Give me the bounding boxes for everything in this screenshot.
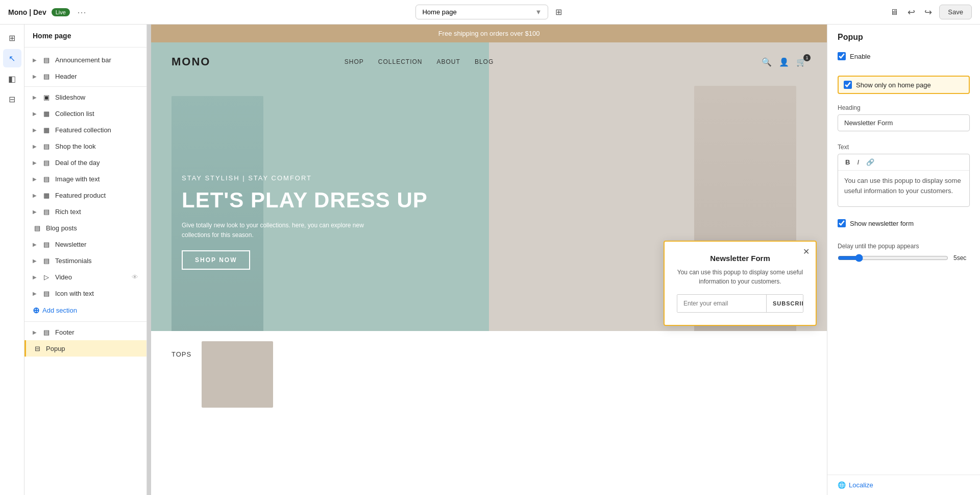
cart-count: 1 — [803, 54, 811, 61]
delay-slider[interactable] — [838, 254, 948, 262]
image-with-text-icon: ▤ — [42, 174, 51, 183]
delay-value: 5sec — [953, 254, 970, 262]
right-panel: Popup Enable Show only on home page Head… — [827, 25, 980, 495]
sidebar-item-icon-with-text[interactable]: ▶ ▤ Icon with text — [24, 285, 146, 301]
add-section-button[interactable]: ⊕ Add section — [24, 301, 146, 319]
sidebar-item-label: Icon with text — [55, 290, 94, 297]
popup-input-row: SUBSCRIBE — [677, 294, 803, 313]
bold-button[interactable]: B — [842, 157, 853, 167]
add-section-label: Add section — [42, 307, 77, 314]
sidebar-item-slideshow[interactable]: ▶ ▣ Slideshow — [24, 89, 146, 105]
expand-arrow-icon: ▶ — [33, 193, 37, 198]
nav-link-shop[interactable]: SHOP — [345, 58, 364, 65]
sidebar-item-footer[interactable]: ▶ ▤ Footer — [24, 324, 146, 340]
topbar-more-button[interactable]: ⋯ — [75, 5, 88, 20]
hero-subtitle: STAY STYLISH | STAY COMFORT — [182, 174, 428, 182]
expand-arrow-icon: ▶ — [33, 258, 37, 264]
sidebar-item-featured-product[interactable]: ▶ ▦ Featured product — [24, 187, 146, 203]
sidebar-item-testimonials[interactable]: ▶ ▤ Testimonials — [24, 252, 146, 269]
expand-arrow-icon: ▶ — [33, 291, 37, 296]
slideshow-icon: ▣ — [42, 92, 51, 102]
nav-links: SHOP COLLECTION ABOUT BLOG — [345, 58, 494, 65]
redo-button[interactable]: ↪ — [922, 5, 934, 20]
undo-button[interactable]: ↩ — [905, 5, 917, 20]
sidebar-item-featured-collection[interactable]: ▶ ▦ Featured collection — [24, 122, 146, 138]
save-button[interactable]: Save — [939, 5, 972, 19]
expand-arrow-icon: ▶ — [33, 57, 37, 63]
icon-sidebar: ⊞ ↖ ◧ ⊟ — [0, 25, 24, 495]
enable-checkbox[interactable] — [838, 52, 846, 60]
scroll-bar[interactable] — [147, 25, 151, 495]
nav-link-about[interactable]: ABOUT — [437, 58, 460, 65]
popup-email-input[interactable] — [677, 295, 766, 312]
store-preview: Free shipping on orders over $100 MONO S… — [151, 25, 827, 495]
sidebar-item-header[interactable]: ▶ ▤ Header — [24, 68, 146, 84]
popup-subscribe-button[interactable]: SUBSCRIBE — [766, 295, 803, 312]
sidebar-blocks-icon-button[interactable]: ⊟ — [3, 90, 21, 108]
sidebar-item-deal-of-the-day[interactable]: ▶ ▤ Deal of the day — [24, 154, 146, 171]
localize-icon: 🌐 — [838, 481, 846, 489]
heading-input[interactable] — [838, 114, 970, 131]
text-editor-content[interactable]: You can use this popup to display some u… — [838, 171, 969, 206]
sidebar-item-popup[interactable]: ⊟ Popup — [24, 340, 146, 357]
page-select-label: Home page — [422, 8, 456, 16]
nav-link-blog[interactable]: BLOG — [475, 58, 494, 65]
blog-posts-icon: ▤ — [33, 223, 42, 232]
sidebar-item-rich-text[interactable]: ▶ ▤ Rich text — [24, 203, 146, 220]
divider — [24, 86, 146, 87]
sidebar-grid-icon-button[interactable]: ⊞ — [3, 29, 21, 47]
sidebar-item-label: Header — [55, 73, 77, 80]
show-newsletter-checkbox[interactable] — [838, 219, 846, 227]
collection-list-icon: ▦ — [42, 109, 51, 118]
hero-description: Give totally new look to your collection… — [182, 221, 365, 240]
announcement-bar: Free shipping on orders over $100 — [151, 25, 827, 42]
localize-button[interactable]: 🌐 Localize — [827, 475, 980, 495]
search-icon[interactable]: 🔍 — [762, 57, 772, 67]
expand-arrow-icon: ▶ — [33, 242, 37, 247]
grid-view-button[interactable]: ⊞ — [553, 5, 564, 19]
link-button[interactable]: 🔗 — [863, 157, 877, 167]
page-select-dropdown[interactable]: Home page ▼ — [415, 5, 548, 19]
sidebar-item-collection-list[interactable]: ▶ ▦ Collection list — [24, 105, 146, 122]
popup-text: You can use this popup to display some u… — [677, 268, 803, 286]
delay-label: Delay until the popup appears — [838, 243, 970, 250]
sidebar-item-label: Testimonials — [55, 257, 92, 265]
sidebar-cursor-icon-button[interactable]: ↖ — [3, 49, 21, 67]
topbar-center: Home page ▼ ⊞ — [331, 5, 648, 19]
sidebar-item-label: Collection list — [55, 110, 94, 117]
enable-checkbox-row: Enable — [838, 52, 970, 60]
cart-icon[interactable]: 🛒 1 — [796, 57, 806, 67]
user-icon[interactable]: 👤 — [779, 57, 789, 67]
delay-slider-row: 5sec — [838, 254, 970, 262]
sidebar-item-newsletter[interactable]: ▶ ▤ Newsletter — [24, 236, 146, 252]
sidebar-layers-icon-button[interactable]: ◧ — [3, 69, 21, 88]
sidebar-item-announcement-bar[interactable]: ▶ ▤ Announcement bar — [24, 52, 146, 68]
show-newsletter-label: Show newsletter form — [850, 220, 914, 227]
expand-arrow-icon: ▶ — [33, 111, 37, 116]
expand-arrow-icon: ▶ — [33, 274, 37, 280]
sidebar-item-image-with-text[interactable]: ▶ ▤ Image with text — [24, 171, 146, 187]
sidebar-item-label: Slideshow — [55, 93, 85, 101]
hero-title: LET'S PLAY DRESS UP — [182, 188, 428, 213]
italic-button[interactable]: I — [854, 157, 862, 167]
chevron-down-icon: ▼ — [535, 8, 542, 16]
text-section: Text B I 🔗 You can use this popup to dis… — [827, 137, 980, 213]
sidebar-item-label: Featured product — [55, 192, 106, 199]
monitor-icon-button[interactable]: 🖥 — [888, 6, 900, 19]
sidebar-item-blog-posts[interactable]: ▤ Blog posts — [24, 220, 146, 236]
popup-close-button[interactable]: ✕ — [803, 247, 810, 256]
sidebar-item-shop-the-look[interactable]: ▶ ▤ Shop the look — [24, 138, 146, 154]
footer-icon: ▤ — [42, 327, 51, 337]
sidebar-item-label: Shop the look — [55, 143, 96, 150]
newsletter-form-section: Show newsletter form — [827, 213, 980, 239]
hero-shop-now-button[interactable]: SHOP NOW — [182, 250, 250, 270]
sidebar-item-label: Footer — [55, 328, 75, 336]
show-homepage-checkbox[interactable] — [844, 81, 852, 89]
sidebar-item-video[interactable]: ▶ ▷ Video 👁 — [24, 269, 146, 285]
section-list: ▶ ▤ Announcement bar ▶ ▤ Header ▶ ▣ Slid… — [24, 48, 146, 495]
topbar: Mono | Dev Live ⋯ Home page ▼ ⊞ 🖥 ↩ ↪ Sa… — [0, 0, 980, 25]
hero-banner: Free shipping on orders over $100 MONO S… — [151, 25, 827, 331]
sidebar-item-label: Popup — [46, 345, 65, 352]
main-layout: ⊞ ↖ ◧ ⊟ Home page ▶ ▤ Announcement bar ▶… — [0, 25, 980, 495]
nav-link-collection[interactable]: COLLECTION — [378, 58, 423, 65]
